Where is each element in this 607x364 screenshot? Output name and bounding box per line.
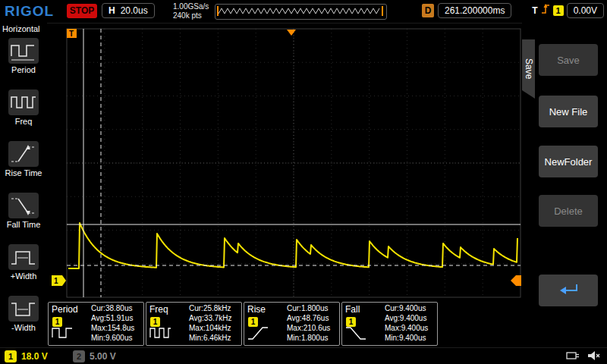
channel-status-bar: 1 18.0 V 2 5.00 V <box>0 347 607 364</box>
trigger-level-value: 0.00V <box>567 3 604 18</box>
menu-title: Horizontal <box>0 23 47 36</box>
channel-1-scale: 18.0 V <box>21 351 48 362</box>
horizontal-timebase-box: H 20.0us <box>102 3 155 18</box>
delay-value: 261.200000ms <box>438 3 511 18</box>
panel-name: Freq <box>149 304 168 315</box>
cur-value: Cur:38.80us <box>91 303 134 313</box>
trigger-label: T <box>532 5 537 16</box>
sidebar-item-label: -Width <box>0 323 47 332</box>
sidebar-item-label: Freq <box>0 117 47 126</box>
measurement-panel-fall: Fall 1 Cur:9.400us Avg:9.400us Max:9.400… <box>341 302 438 346</box>
save-menu: Save Save New File NewFolder Delete <box>522 23 607 347</box>
sidebar-item-plus-width[interactable]: +Width <box>0 244 47 294</box>
sidebar-item-rise-time[interactable]: Rise Time <box>0 141 47 191</box>
max-value: Max:210.6us <box>287 323 330 333</box>
return-arrow-icon <box>558 281 579 300</box>
plus-width-icon <box>8 244 39 270</box>
rigol-logo: RIGOL <box>5 3 54 20</box>
h-label: H <box>109 5 115 16</box>
svg-text:T: T <box>69 30 74 38</box>
measurement-panel-rise: Rise 1 Cur:1.800us Avg:48.76us Max:210.6… <box>244 302 340 346</box>
period-icon <box>8 38 39 64</box>
cur-value: Cur:1.800us <box>287 303 330 313</box>
sample-rate: 1.00GSa/s <box>173 2 209 11</box>
sidebar-item-freq[interactable]: Freq <box>0 89 47 140</box>
panel-name: Rise <box>247 304 266 315</box>
delete-button[interactable]: Delete <box>539 195 598 227</box>
channel-1-status[interactable]: 1 18.0 V <box>5 350 48 362</box>
panel-values: Cur:1.800us Avg:48.76us Max:210.6us Min:… <box>287 303 330 343</box>
top-status-bar: RIGOL STOP H 20.0us 1.00GSa/s 240k pts D… <box>0 0 607 24</box>
rise-icon <box>247 325 269 344</box>
oscilloscope-screen: { "brand": "RIGOL", "top": { "stop": "ST… <box>0 0 607 364</box>
usb-icon <box>566 350 580 364</box>
sidebar-item-label: Period <box>0 65 47 74</box>
preview-waveform <box>215 5 385 17</box>
new-file-button[interactable]: New File <box>539 96 598 127</box>
horizontal-measure-menu: Horizontal Period Freq Rise Time Fall Ti… <box>0 23 47 347</box>
sidebar-item-period[interactable]: Period <box>0 38 47 88</box>
avg-value: Avg:9.400us <box>385 313 428 323</box>
avg-value: Avg:33.7kHz <box>189 313 232 323</box>
panel-values: Cur:9.400us Avg:9.400us Max:9.400us Min:… <box>385 303 428 343</box>
scope-display: T1 <box>47 23 522 347</box>
channel-2-scale: 5.00 V <box>90 351 116 362</box>
panel-values: Cur:25.8kHz Avg:33.7kHz Max:104kHz Min:6… <box>189 303 232 343</box>
menu-tab-save: Save <box>522 39 535 99</box>
freq-icon <box>149 325 171 344</box>
status-icons <box>566 350 601 364</box>
max-value: Max:154.8us <box>91 323 134 333</box>
panel-name: Fall <box>345 304 360 315</box>
avg-value: Avg:51.91us <box>91 313 134 323</box>
svg-text:1: 1 <box>54 277 58 285</box>
measurement-panel-freq: Freq 1 Cur:25.8kHz Avg:33.7kHz Max:104kH… <box>146 302 242 346</box>
sidebar-item-label: Rise Time <box>0 168 47 177</box>
sidebar-item-minus-width[interactable]: -Width <box>0 296 47 346</box>
min-value: Min:1.800us <box>287 333 330 343</box>
memory-depth: 240k pts <box>173 11 209 20</box>
channel-2-status[interactable]: 2 5.00 V <box>73 350 116 362</box>
max-value: Max:9.400us <box>385 323 428 333</box>
channel-2-badge: 2 <box>73 350 85 362</box>
channel-1-badge: 1 <box>5 350 17 362</box>
avg-value: Avg:48.76us <box>287 313 330 323</box>
cur-value: Cur:9.400us <box>385 303 428 313</box>
sidebar-item-label: +Width <box>0 271 47 281</box>
sample-info: 1.00GSa/s 240k pts <box>173 2 209 20</box>
minus-width-icon <box>8 296 39 322</box>
delay-label: D <box>422 4 434 17</box>
sidebar-item-label: Fall Time <box>0 220 47 229</box>
fall-icon <box>344 325 367 344</box>
rise-time-icon <box>8 141 39 167</box>
max-value: Max:104kHz <box>189 323 232 333</box>
trigger-group: T 1 0.00V <box>532 3 604 18</box>
run-state-badge: STOP <box>67 4 97 18</box>
period-icon <box>51 325 74 344</box>
new-folder-button[interactable]: NewFolder <box>539 146 598 177</box>
waveform-graticule: T1 <box>47 23 522 347</box>
min-value: Min:9.600us <box>91 333 134 343</box>
measurement-panels: Period 1 Cur:38.80us Avg:51.91us Max:154… <box>48 302 438 346</box>
memory-preview-strip <box>215 4 387 20</box>
freq-icon <box>8 89 39 115</box>
min-value: Min:9.400us <box>385 333 428 343</box>
delay-group: D 261.200000ms <box>422 3 511 18</box>
trigger-slope-icon <box>541 3 550 18</box>
measurement-panel-period: Period 1 Cur:38.80us Avg:51.91us Max:154… <box>48 302 144 346</box>
speaker-muted-icon <box>587 350 601 364</box>
return-button[interactable] <box>539 275 598 306</box>
trigger-source-badge: 1 <box>553 5 564 16</box>
min-value: Min:6.46kHz <box>189 333 232 343</box>
timebase-value: 20.0us <box>121 5 148 16</box>
panel-name: Period <box>52 304 78 315</box>
panel-values: Cur:38.80us Avg:51.91us Max:154.8us Min:… <box>91 303 134 343</box>
fall-time-icon <box>8 193 39 218</box>
cur-value: Cur:25.8kHz <box>189 303 232 313</box>
save-button[interactable]: Save <box>539 44 598 76</box>
sidebar-item-fall-time[interactable]: Fall Time <box>0 193 47 243</box>
